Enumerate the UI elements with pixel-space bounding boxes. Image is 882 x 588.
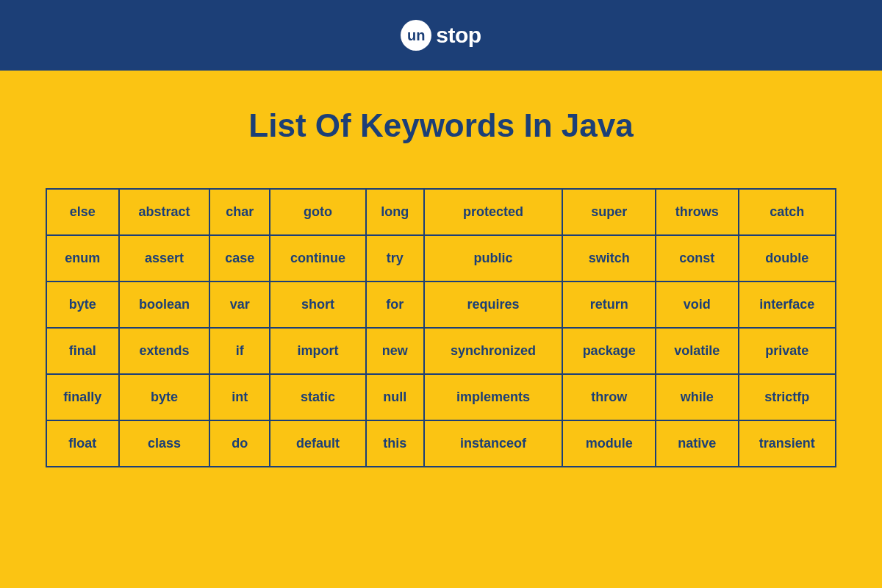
keyword-cell: private: [739, 328, 836, 374]
page-title: List Of Keywords In Java: [46, 107, 836, 144]
keyword-cell: finally: [46, 374, 119, 420]
keyword-cell: implements: [424, 374, 563, 420]
keyword-cell: throws: [656, 189, 739, 235]
keyword-cell: static: [270, 374, 366, 420]
table-row: float class do default this instanceof m…: [46, 420, 836, 467]
table-row: else abstract char goto long protected s…: [46, 189, 836, 235]
table-row: finally byte int static null implements …: [46, 374, 836, 420]
table-row: enum assert case continue try public swi…: [46, 235, 836, 282]
keyword-cell: module: [562, 420, 656, 467]
keyword-cell: do: [209, 420, 270, 467]
table-body: else abstract char goto long protected s…: [46, 189, 836, 467]
keyword-cell: catch: [739, 189, 836, 235]
keyword-cell: class: [119, 420, 210, 467]
keyword-cell: strictfp: [739, 374, 836, 420]
keyword-cell: native: [656, 420, 739, 467]
table-row: byte boolean var short for requires retu…: [46, 282, 836, 328]
keyword-cell: return: [562, 282, 656, 328]
keyword-cell: interface: [739, 282, 836, 328]
keyword-cell: try: [366, 235, 424, 282]
logo-prefix: un: [407, 27, 425, 44]
keyword-cell: instanceof: [424, 420, 563, 467]
keyword-cell: synchronized: [424, 328, 563, 374]
keyword-cell: if: [209, 328, 270, 374]
keyword-cell: for: [366, 282, 424, 328]
keyword-cell: while: [656, 374, 739, 420]
keyword-cell: abstract: [119, 189, 210, 235]
main-content: List Of Keywords In Java else abstract c…: [0, 71, 882, 467]
logo-badge: un: [401, 20, 431, 51]
keyword-cell: extends: [119, 328, 210, 374]
keyword-cell: transient: [739, 420, 836, 467]
keyword-cell: const: [656, 235, 739, 282]
keyword-cell: this: [366, 420, 424, 467]
keyword-cell: null: [366, 374, 424, 420]
keyword-cell: void: [656, 282, 739, 328]
keyword-cell: float: [46, 420, 119, 467]
brand-logo: un stop: [401, 20, 481, 51]
keyword-cell: volatile: [656, 328, 739, 374]
keyword-cell: default: [270, 420, 366, 467]
keyword-cell: assert: [119, 235, 210, 282]
keyword-cell: var: [209, 282, 270, 328]
keyword-cell: super: [562, 189, 656, 235]
keyword-cell: case: [209, 235, 270, 282]
keyword-cell: long: [366, 189, 424, 235]
keyword-cell: short: [270, 282, 366, 328]
keyword-cell: import: [270, 328, 366, 374]
keyword-cell: int: [209, 374, 270, 420]
keyword-cell: switch: [562, 235, 656, 282]
keyword-cell: new: [366, 328, 424, 374]
keywords-table: else abstract char goto long protected s…: [46, 188, 836, 467]
keyword-cell: final: [46, 328, 119, 374]
keyword-cell: byte: [119, 374, 210, 420]
keyword-cell: byte: [46, 282, 119, 328]
keyword-cell: enum: [46, 235, 119, 282]
keyword-cell: public: [424, 235, 563, 282]
header-bar: un stop: [0, 0, 882, 71]
keyword-cell: package: [562, 328, 656, 374]
keyword-cell: char: [209, 189, 270, 235]
keyword-cell: else: [46, 189, 119, 235]
keyword-cell: boolean: [119, 282, 210, 328]
logo-suffix: stop: [436, 23, 481, 48]
table-row: final extends if import new synchronized…: [46, 328, 836, 374]
keyword-cell: continue: [270, 235, 366, 282]
keyword-cell: requires: [424, 282, 563, 328]
keyword-cell: goto: [270, 189, 366, 235]
keyword-cell: throw: [562, 374, 656, 420]
keyword-cell: protected: [424, 189, 563, 235]
keyword-cell: double: [739, 235, 836, 282]
